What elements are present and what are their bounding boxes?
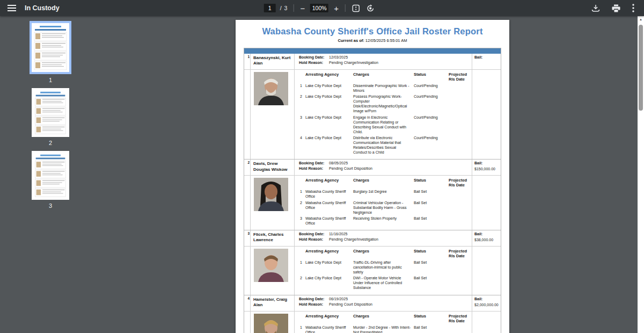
report-timestamp: Current as of: 12/05/2025 6:55:01 AM xyxy=(244,38,501,43)
charge-description: Burglary-1st Degree xyxy=(353,189,411,199)
mugshot-photo xyxy=(254,314,288,333)
charge-agency: Lake City Police Dept xyxy=(305,115,350,134)
charge-projected-date xyxy=(449,200,472,215)
zoom-out-button[interactable]: − xyxy=(299,3,306,13)
roster-table: 1 Banaszynski, Kurt Alan Booking Date: 1… xyxy=(244,48,501,333)
hold-reason-label: Hold Reason: xyxy=(299,61,327,64)
charge-description: DWI - Operate Motor Vehicle Under Influe… xyxy=(353,276,411,290)
charge-status: Bail Set xyxy=(414,200,446,215)
charge-description: Murder - 2nd Degree - With Intent-Not Pr… xyxy=(353,325,411,333)
download-button[interactable] xyxy=(590,3,601,13)
charge-agency: Lake City Police Dept xyxy=(305,83,350,93)
rotate-button[interactable] xyxy=(365,3,376,13)
record-index: 2 xyxy=(244,160,251,175)
hold-reason-value: Pending Court Disposition xyxy=(327,166,372,170)
download-icon xyxy=(591,4,600,12)
page-thumbnail-3[interactable]: 3 xyxy=(32,151,69,209)
charge-number: 1 xyxy=(296,260,303,274)
charge-number: 2 xyxy=(296,276,303,290)
charge-status: Bail Set xyxy=(414,276,446,290)
more-options-button[interactable] xyxy=(631,3,635,13)
record-index: 3 xyxy=(244,230,251,246)
record-header-row: 4 Hameister, Craig Alan Booking Date: 06… xyxy=(244,295,501,312)
charge-projected-date xyxy=(449,135,472,155)
booking-date-label: Booking Date: xyxy=(299,161,327,165)
charge-projected-date xyxy=(449,94,472,113)
page-thumbnail-1[interactable]: 1 xyxy=(30,21,71,83)
vertical-scrollbar[interactable]: ▲ xyxy=(638,16,644,333)
mugshot-photo xyxy=(254,72,288,105)
fit-page-button[interactable] xyxy=(351,3,361,13)
charge-projected-date xyxy=(449,83,472,93)
index-column-spacer xyxy=(244,247,251,295)
col-status: Status xyxy=(414,178,446,187)
booking-date-value: 12/03/2025 xyxy=(327,55,348,59)
charge-agency: Lake City Police Dept xyxy=(305,276,350,290)
charge-agency: Wabasha County Sheriff Office xyxy=(305,200,350,215)
zoom-in-button[interactable]: + xyxy=(333,3,340,13)
bail-cell: Bail: xyxy=(472,54,501,69)
col-charges: Charges xyxy=(353,314,411,323)
charge-rows: 1 Lake City Police Dept Traffic-DL-Drivi… xyxy=(296,260,472,291)
minus-icon: − xyxy=(300,4,305,12)
bail-label: Bail: xyxy=(474,55,499,59)
col-charges: Charges xyxy=(353,178,411,187)
charge-row: 3 Wabasha County Sheriff Office Receivin… xyxy=(296,216,472,226)
charge-status: Court/Pending xyxy=(414,83,446,93)
charge-row: 2 Lake City Police Dept DWI - Operate Mo… xyxy=(296,276,472,290)
inmate-name: Banaszynski, Kurt Alan xyxy=(251,54,295,69)
mugshot-photo xyxy=(254,178,288,211)
page-thumbnail-2[interactable]: 2 xyxy=(32,88,69,146)
booking-date-label: Booking Date: xyxy=(299,232,327,236)
charge-agency: Wabasha County Sheriff Office xyxy=(305,189,350,199)
roster-record: 4 Hameister, Craig Alan Booking Date: 06… xyxy=(244,295,501,333)
menu-button[interactable] xyxy=(6,3,17,13)
inmate-name: Hameister, Craig Alan xyxy=(251,295,295,311)
print-button[interactable] xyxy=(611,3,621,13)
bail-amount: $150,000.00 xyxy=(474,167,499,171)
charges-column: Arresting Agency Charges Status Projecte… xyxy=(295,176,472,230)
roster-record: 3 Flicek, Charles Lawrence Booking Date:… xyxy=(244,230,501,295)
roster-record: 2 Davis, Drew Douglas Wiskow Booking Dat… xyxy=(244,159,501,230)
toolbar-divider xyxy=(345,4,346,12)
thumbnail-preview[interactable] xyxy=(32,151,69,200)
charge-row: 2 Wabasha County Sheriff Office Criminal… xyxy=(296,200,472,215)
scrollbar-up-arrow[interactable]: ▲ xyxy=(638,16,644,23)
scrollbar-thumb[interactable] xyxy=(639,25,643,111)
charge-rows: 1 Wabasha County Sheriff Office Burglary… xyxy=(296,189,472,226)
booking-date-value: 08/05/2025 xyxy=(327,161,348,165)
booking-info: Booking Date: 11/16/2025 Hold Reason: Pe… xyxy=(295,230,472,246)
col-status: Status xyxy=(414,249,446,258)
col-charges: Charges xyxy=(353,249,411,258)
charge-agency: Wabasha County Sheriff Office xyxy=(305,325,350,333)
report-title: Wabasha County Sheriff's Office Jail Ros… xyxy=(244,26,501,37)
charge-row: 1 Wabasha County Sheriff Office Murder -… xyxy=(296,325,472,333)
hold-reason-value: Pending Charge/Investigation xyxy=(327,237,378,241)
thumbnail-page-number: 2 xyxy=(49,140,52,146)
index-column-spacer xyxy=(244,70,251,159)
thumbnail-preview[interactable] xyxy=(30,21,71,74)
charge-number: 3 xyxy=(296,216,303,226)
page-number-input[interactable] xyxy=(264,4,276,12)
charge-number: 1 xyxy=(296,189,303,199)
record-body-row: Arresting Agency Charges Status Projecte… xyxy=(244,176,501,230)
thumbnail-preview[interactable] xyxy=(32,88,69,137)
zoom-level-value[interactable]: 100% xyxy=(310,4,328,12)
index-column-spacer xyxy=(244,312,251,333)
bail-cell: Bail: $150,000.00 xyxy=(472,160,501,175)
bail-label: Bail: xyxy=(474,297,499,301)
hold-reason-value: Pending Court Disposition xyxy=(327,302,372,306)
bail-amount: $2,000,000.00 xyxy=(474,303,499,307)
charge-status: Court/Pending xyxy=(414,115,446,134)
kebab-menu-icon xyxy=(632,4,634,12)
charge-status: Court/Pending xyxy=(414,94,446,113)
page-count-label: / 3 xyxy=(280,5,288,11)
charge-row: 1 Wabasha County Sheriff Office Burglary… xyxy=(296,189,472,199)
col-charges: Charges xyxy=(353,72,411,82)
charge-agency: Lake City Police Dept xyxy=(305,94,350,113)
booking-date-value: 06/19/2025 xyxy=(327,297,348,301)
hold-reason-value: Pending Charge/Investigation xyxy=(327,61,378,64)
charge-status: Court/Pending xyxy=(414,135,446,155)
roster-record: 1 Banaszynski, Kurt Alan Booking Date: 1… xyxy=(244,54,501,159)
hamburger-icon xyxy=(8,4,16,12)
